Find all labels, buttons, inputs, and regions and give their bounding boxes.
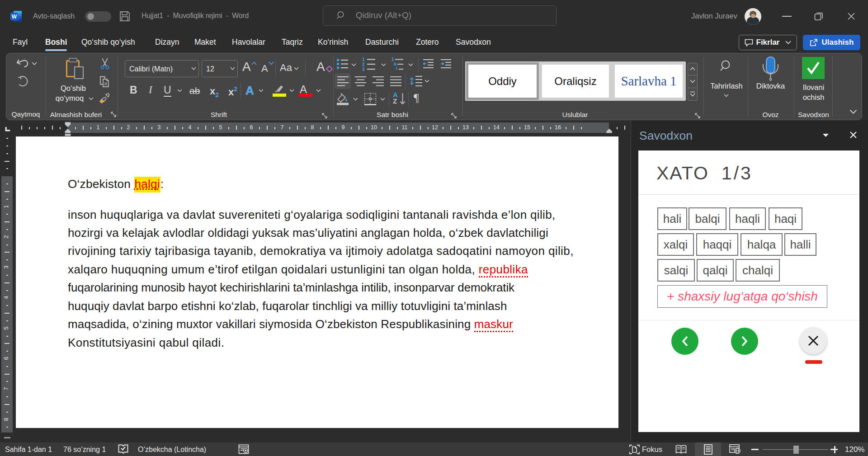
svg-text:i: i: [396, 66, 397, 71]
svg-text:2: 2: [362, 62, 365, 67]
svg-text:3: 3: [362, 67, 365, 71]
svg-text:1: 1: [362, 57, 365, 62]
